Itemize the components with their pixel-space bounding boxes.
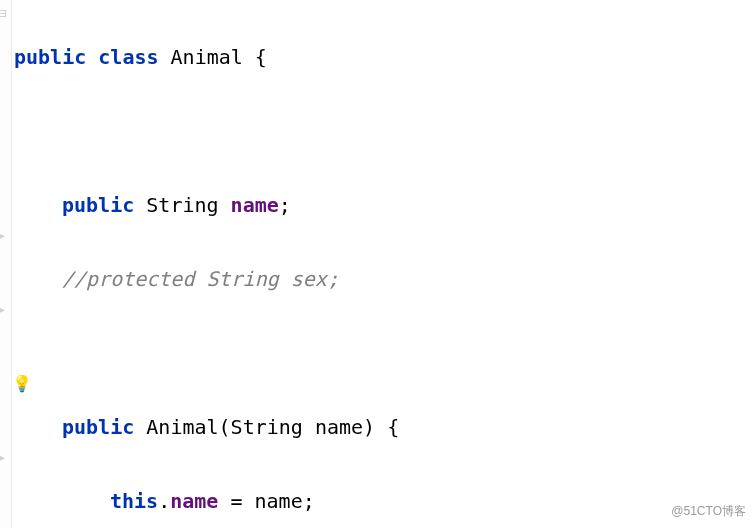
code-line: this.name = name; <box>14 483 754 520</box>
watermark: @51CTO博客 <box>671 500 746 522</box>
code-line <box>14 113 754 150</box>
constructor: Animal <box>146 415 218 439</box>
fold-marker[interactable]: ⊟ <box>0 6 12 20</box>
brace: { <box>255 45 267 69</box>
code-editor[interactable]: public class Animal { public String name… <box>14 2 754 528</box>
field: name <box>170 489 218 513</box>
keyword: class <box>98 45 158 69</box>
code-line <box>14 335 754 372</box>
code-line: public String name; <box>14 187 754 224</box>
keyword: public <box>14 45 86 69</box>
paren: ( <box>219 415 231 439</box>
keyword: public <box>62 193 134 217</box>
method-marker[interactable]: ▸ <box>0 302 12 316</box>
editor-gutter: ⊟ ▸ ▸ 💡 ▸ <box>0 0 12 528</box>
brace: { <box>387 415 399 439</box>
code-line: public class Animal { <box>14 39 754 76</box>
class-name: Animal <box>171 45 243 69</box>
type: String <box>146 193 218 217</box>
method-marker[interactable]: ▸ <box>0 450 12 464</box>
eq: = <box>218 489 254 513</box>
semicolon: ; <box>279 193 291 217</box>
identifier: name <box>255 489 303 513</box>
keyword: this <box>110 489 158 513</box>
method-marker[interactable]: ▸ <box>0 228 12 242</box>
code-line: public Animal(String name) { <box>14 409 754 446</box>
code-line: //protected String sex; <box>14 261 754 298</box>
comment: //protected String sex; <box>62 267 339 291</box>
paren: ) <box>363 415 375 439</box>
keyword: public <box>62 415 134 439</box>
type: String <box>231 415 303 439</box>
semicolon: ; <box>303 489 315 513</box>
param: name <box>315 415 363 439</box>
field: name <box>231 193 279 217</box>
dot: . <box>158 489 170 513</box>
